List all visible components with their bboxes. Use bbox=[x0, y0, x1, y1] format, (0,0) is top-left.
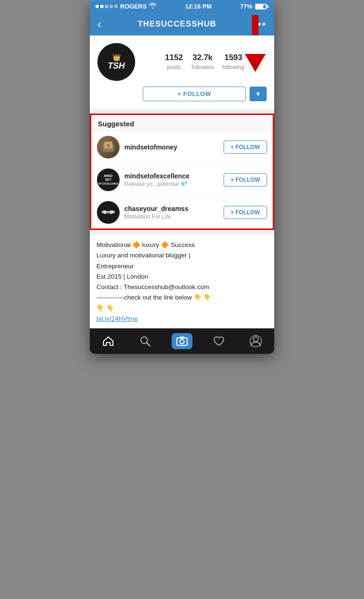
suggested-title: Suggested bbox=[91, 115, 273, 131]
stat-following: 1593 following bbox=[222, 53, 244, 71]
status-bar: ROGERS 12:16 PM 77% bbox=[90, 0, 274, 13]
svg-point-12 bbox=[253, 337, 258, 342]
tsh-logo: TSH bbox=[108, 61, 125, 70]
bio-line-7: 👇 👇 bbox=[96, 304, 268, 313]
cyd-logo: CYD bbox=[99, 203, 117, 222]
nav-search-button[interactable] bbox=[135, 333, 156, 349]
back-button[interactable]: ‹ bbox=[97, 18, 101, 31]
suggested-bio: Motivation For Life bbox=[124, 213, 224, 220]
stat-posts-value: 1152 bbox=[165, 53, 183, 62]
stat-followers: 32.7k followers bbox=[191, 53, 214, 71]
battery-icon bbox=[255, 4, 269, 9]
stat-following-value: 1593 bbox=[222, 53, 244, 62]
suggested-follow-button[interactable]: + FOLLOW bbox=[224, 173, 267, 186]
bio-section: Motivational 🔶 luxury 🔶 Success Luxury a… bbox=[90, 235, 274, 328]
svg-text:CYD: CYD bbox=[104, 210, 113, 215]
nav-camera-button[interactable] bbox=[172, 333, 192, 349]
wifi-icon bbox=[149, 3, 156, 10]
svg-point-10 bbox=[180, 339, 184, 344]
crown-icon: 👑 bbox=[108, 53, 125, 61]
dropdown-button[interactable]: ▼ bbox=[250, 87, 267, 101]
nav-profile-button[interactable] bbox=[245, 333, 266, 349]
list-item: $ mindsetofmoney + FOLLOW bbox=[91, 131, 273, 163]
bio-line-1: Motivational 🔶 luxury 🔶 Success bbox=[96, 240, 268, 250]
profile-top: 👑 TSH 1152 posts 32.7k followers 1593 fo… bbox=[97, 43, 267, 81]
nav-bar: ‹ THESUCCESSHUB ••• bbox=[90, 13, 274, 35]
avatar: $ bbox=[97, 136, 120, 159]
profile-actions: + FOLLOW ▼ bbox=[143, 87, 267, 101]
signal-dot-2 bbox=[100, 5, 104, 8]
avatar-text: 👑 TSH bbox=[108, 53, 125, 71]
nav-activity-button[interactable] bbox=[208, 333, 229, 349]
suggested-username: mindsetofmoney bbox=[124, 143, 224, 151]
moe-logo: MINDSETOF EXCELLENCE bbox=[98, 174, 118, 185]
suggested-bio: Release yo...potential 💎 bbox=[124, 181, 224, 187]
suggested-user-info: mindsetofmoney bbox=[124, 143, 224, 151]
suggested-username: mindsetofexcellence bbox=[124, 172, 224, 180]
signal-dot-3 bbox=[105, 5, 108, 8]
signal-dots bbox=[95, 5, 118, 8]
signal-dot-4 bbox=[110, 5, 113, 8]
avatar: MINDSETOF EXCELLENCE bbox=[97, 168, 120, 191]
bottom-nav bbox=[90, 328, 274, 354]
arrow-overlay bbox=[245, 34, 266, 72]
stat-posts-label: posts bbox=[167, 64, 181, 70]
avatar: 👑 TSH bbox=[97, 43, 135, 81]
suggested-follow-button[interactable]: + FOLLOW bbox=[224, 141, 267, 154]
bio-line-5: Contact : Thesuccesshub@outlook.com bbox=[96, 282, 268, 292]
avatar: CYD bbox=[97, 201, 120, 224]
stat-followers-label: followers bbox=[191, 64, 214, 70]
suggested-section: Suggested $ mindsetofmoney + FOLLOW bbox=[90, 114, 274, 230]
list-item: MINDSETOF EXCELLENCE mindsetofexcellence… bbox=[91, 163, 273, 196]
stat-followers-value: 32.7k bbox=[191, 53, 214, 62]
bio-line-3: Entrepreneur bbox=[96, 262, 268, 271]
svg-line-8 bbox=[147, 343, 150, 346]
stat-following-label: following bbox=[222, 64, 244, 70]
carrier-label: ROGERS bbox=[120, 3, 147, 10]
phone-container: ROGERS 12:16 PM 77% ‹ THESUCCESSHUB ••• bbox=[90, 0, 274, 354]
suggested-follow-button[interactable]: + FOLLOW bbox=[224, 206, 267, 219]
svg-rect-9 bbox=[177, 338, 187, 345]
suggested-username: chaseyour_dreamss bbox=[124, 205, 224, 212]
status-left: ROGERS bbox=[95, 3, 156, 10]
battery-percent: 77% bbox=[240, 3, 252, 10]
bio-line-6: -------------check out the link below 👇 … bbox=[96, 293, 268, 302]
list-item: CYD chaseyour_dreamss Motivation For Lif… bbox=[91, 196, 273, 229]
status-right: 77% bbox=[240, 3, 269, 10]
time-label: 12:16 PM bbox=[185, 3, 211, 10]
stat-posts: 1152 posts bbox=[165, 53, 183, 71]
signal-dot-5 bbox=[114, 5, 118, 8]
bio-link[interactable]: bit.ly/24HVtme bbox=[96, 315, 138, 322]
nav-title: THESUCCESSHUB bbox=[138, 19, 216, 29]
bio-line-2: Luxury and motivational blogger | bbox=[96, 251, 268, 260]
suggested-user-info: mindsetofexcellence Release yo...potenti… bbox=[124, 172, 224, 187]
signal-dot-1 bbox=[95, 5, 99, 8]
bio-line-4: Est 2015 | London bbox=[96, 272, 268, 282]
suggested-user-info: chaseyour_dreamss Motivation For Life bbox=[124, 205, 224, 220]
follow-button[interactable]: + FOLLOW bbox=[143, 87, 246, 101]
nav-home-button[interactable] bbox=[98, 333, 119, 349]
